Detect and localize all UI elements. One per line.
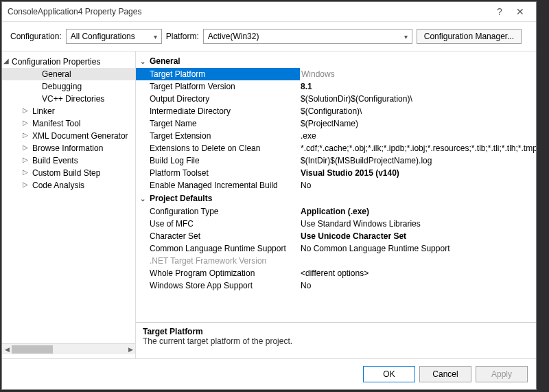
close-button[interactable]: ✕: [510, 6, 530, 17]
scroll-left-icon[interactable]: ◀: [2, 344, 12, 355]
tree-item-custom-build-step[interactable]: ▷Custom Build Step: [2, 167, 135, 179]
arrow-collapsed-icon: ▷: [23, 181, 28, 188]
prop-target-extension[interactable]: Target Extension .exe: [136, 130, 536, 142]
tree-item-code-analysis[interactable]: ▷Code Analysis: [2, 179, 135, 192]
prop-build-log-file[interactable]: Build Log File $(IntDir)$(MSBuildProject…: [136, 154, 536, 167]
help-button[interactable]: ?: [489, 6, 510, 17]
prop-enable-managed-incremental[interactable]: Enable Managed Incremental Build No: [136, 179, 536, 192]
tree-items: ◢ Configuration Properties General Debug…: [2, 56, 135, 343]
arrow-collapsed-icon: ▷: [23, 168, 28, 176]
apply-button: Apply: [476, 366, 528, 382]
property-pages-window: ConsoleApplication4 Property Pages ? ✕ C…: [1, 1, 537, 390]
chevron-down-icon: ▾: [154, 33, 157, 41]
cancel-button[interactable]: Cancel: [419, 366, 471, 382]
chevron-down-icon: ⌄: [140, 195, 150, 203]
prop-configuration-type[interactable]: Configuration Type Application (.exe): [136, 205, 536, 218]
tree-panel: ◢ Configuration Properties General Debug…: [2, 51, 136, 358]
arrow-collapsed-icon: ▷: [23, 143, 28, 151]
prop-platform-toolset[interactable]: Platform Toolset Visual Studio 2015 (v14…: [136, 167, 536, 179]
group-general-label: General: [150, 56, 180, 66]
description-title: Target Platform: [143, 327, 529, 336]
tree-item-debugging[interactable]: Debugging: [2, 80, 135, 93]
footer: OK Cancel Apply: [2, 358, 536, 389]
arrow-collapsed-icon: ▷: [23, 156, 28, 163]
tree-item-browse-information[interactable]: ▷Browse Information: [2, 142, 135, 154]
platform-label: Platform:: [166, 32, 199, 41]
ok-button[interactable]: OK: [363, 366, 415, 382]
tree-item-vcdirectories[interactable]: VC++ Directories: [2, 93, 135, 105]
scroll-right-icon[interactable]: ▶: [126, 344, 135, 355]
prop-extensions-delete[interactable]: Extensions to Delete on Clean *.cdf;*.ca…: [136, 142, 536, 154]
tree-item-build-events[interactable]: ▷Build Events: [2, 154, 135, 167]
background-strip: [535, 0, 549, 392]
platform-dropdown[interactable]: Active(Win32) ▾: [203, 29, 412, 44]
prop-net-framework: .NET Target Framework Version: [136, 255, 536, 267]
prop-winstore-support[interactable]: Windows Store App Support No: [136, 279, 536, 292]
configuration-label: Configuration:: [10, 32, 62, 41]
prop-use-of-mfc[interactable]: Use of MFC Use Standard Windows Librarie…: [136, 218, 536, 230]
description-text: The current target platform of the proje…: [143, 336, 529, 346]
prop-output-directory[interactable]: Output Directory $(SolutionDir)$(Configu…: [136, 93, 536, 105]
group-project-defaults[interactable]: ⌄ Project Defaults: [136, 192, 536, 205]
prop-clr-support[interactable]: Common Language Runtime Support No Commo…: [136, 242, 536, 255]
tree-item-manifest-tool[interactable]: ▷Manifest Tool: [2, 117, 135, 130]
window-title: ConsoleApplication4 Property Pages: [8, 7, 489, 16]
tree-item-xml-doc-generator[interactable]: ▷XML Document Generator: [2, 130, 135, 142]
prop-target-platform-version[interactable]: Target Platform Version 8.1: [136, 80, 536, 93]
main-panel: ⌄ General Target Platform Windows Target…: [136, 51, 536, 358]
prop-intermediate-directory[interactable]: Intermediate Directory $(Configuration)\: [136, 105, 536, 117]
configuration-row: Configuration: All Configurations ▾ Plat…: [2, 22, 536, 51]
configuration-dropdown[interactable]: All Configurations ▾: [66, 29, 162, 44]
prop-whole-program-opt[interactable]: Whole Program Optimization <different op…: [136, 267, 536, 279]
tree-item-general[interactable]: General: [2, 68, 135, 80]
tree-root-label: Configuration Properties: [12, 57, 100, 67]
arrow-collapsed-icon: ▷: [23, 106, 28, 114]
group-defaults-label: Project Defaults: [150, 194, 212, 203]
prop-target-name[interactable]: Target Name $(ProjectName): [136, 117, 536, 130]
tree-horizontal-scrollbar[interactable]: ◀ ▶: [2, 343, 135, 354]
prop-target-platform[interactable]: Target Platform Windows: [136, 68, 536, 80]
platform-value: Active(Win32): [208, 32, 259, 41]
titlebar: ConsoleApplication4 Property Pages ? ✕: [2, 2, 536, 22]
group-general[interactable]: ⌄ General: [136, 54, 536, 68]
scrollbar-thumb[interactable]: [12, 345, 53, 354]
configuration-manager-button[interactable]: Configuration Manager...: [417, 29, 522, 44]
tree-item-linker[interactable]: ▷Linker: [2, 105, 135, 117]
chevron-down-icon: ▾: [404, 33, 408, 41]
arrow-collapsed-icon: ▷: [23, 131, 28, 139]
description-box: Target Platform The current target platf…: [136, 323, 536, 358]
property-grid: ⌄ General Target Platform Windows Target…: [136, 51, 536, 323]
arrow-expanded-icon: ◢: [3, 57, 9, 65]
arrow-collapsed-icon: ▷: [23, 119, 28, 126]
prop-character-set[interactable]: Character Set Use Unicode Character Set: [136, 230, 536, 242]
configuration-value: All Configurations: [71, 32, 135, 41]
tree-root[interactable]: ◢ Configuration Properties: [2, 56, 135, 68]
body: ◢ Configuration Properties General Debug…: [2, 51, 536, 358]
chevron-down-icon: ⌄: [140, 58, 150, 65]
